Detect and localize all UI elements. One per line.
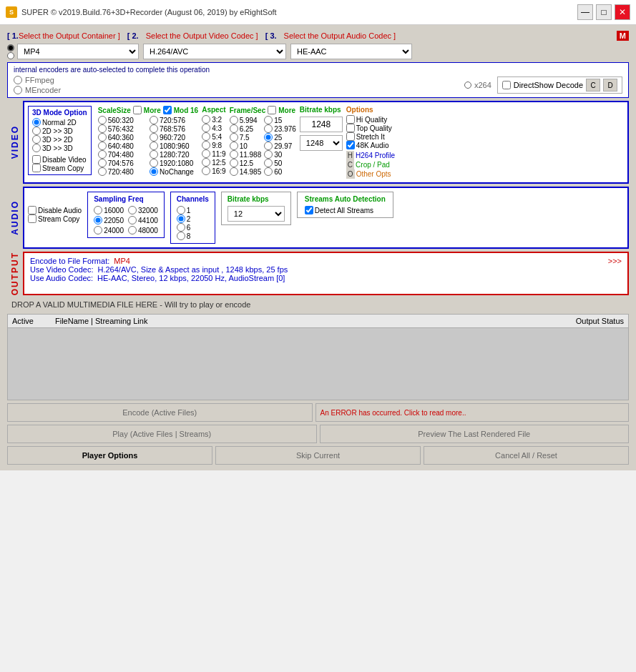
directshow-c-btn[interactable]: C (586, 79, 600, 92)
ch-6-radio[interactable] (177, 223, 185, 232)
aspect-43-radio[interactable] (202, 124, 210, 132)
detect-all-label: Detect All Streams (315, 207, 373, 214)
container-radio-2[interactable] (7, 52, 14, 59)
scale-768-radio[interactable] (150, 124, 158, 133)
directshow-d-btn[interactable]: D (603, 79, 617, 92)
mode-3d-3d-radio[interactable] (32, 144, 41, 152)
scale-960-radio[interactable] (150, 133, 158, 142)
stream-copy-audio-checkbox[interactable] (28, 214, 36, 223)
stream-copy-video-checkbox[interactable] (32, 164, 41, 172)
crop-pad-link[interactable]: Crop / Pad (356, 161, 390, 169)
fps-11988-radio[interactable] (230, 150, 238, 159)
mode-2d-3d-radio[interactable] (32, 127, 41, 135)
fps-14985-radio[interactable] (230, 167, 238, 176)
h264-profile-link[interactable]: H264 Profile (356, 152, 395, 159)
aspect-169-radio[interactable] (202, 167, 210, 175)
detect-all-checkbox[interactable] (305, 206, 313, 214)
ch-2-radio[interactable] (177, 214, 185, 223)
x264-radio[interactable] (464, 81, 471, 89)
scale-720-576-radio[interactable] (150, 116, 158, 124)
ch-1-radio[interactable] (177, 206, 185, 214)
ffmpeg-radio[interactable] (14, 76, 22, 84)
fps-5994-radio[interactable] (230, 116, 238, 124)
encode-button[interactable]: Encode (Active Files) (7, 403, 313, 422)
bottom-section: Encode (Active Files) An ERROR has occur… (7, 403, 629, 465)
fps-more-checkbox[interactable] (268, 106, 276, 114)
other-opts-link[interactable]: Other Opts (356, 170, 391, 178)
mod16-checkbox[interactable] (163, 106, 172, 114)
hi-quality-checkbox[interactable] (346, 115, 355, 124)
freq-16000-radio[interactable] (94, 206, 102, 214)
col-status-header: Output Status (517, 317, 624, 325)
fps-50-radio[interactable] (264, 159, 273, 167)
fps-125-radio[interactable] (230, 159, 238, 167)
scale-more-checkbox[interactable] (133, 106, 142, 114)
fps-more-label: More (278, 107, 295, 114)
scale-1920-radio[interactable] (150, 159, 158, 167)
fps-25-radio[interactable] (264, 133, 273, 142)
directshow-checkbox[interactable] (502, 81, 511, 89)
output-format-line: Encode to File Format: MP4 (30, 257, 288, 265)
play-button[interactable]: Play (Active Files | Streams) (7, 425, 317, 443)
scale-576-radio[interactable] (98, 124, 107, 133)
container-select[interactable]: MP4AVIMKV (17, 44, 139, 59)
aspect-125-radio[interactable] (202, 158, 210, 167)
fps-60-radio[interactable] (264, 167, 273, 176)
freq-32000-radio[interactable] (128, 206, 137, 214)
video-codec-select[interactable]: H.264/AVCH.265/HEVCMPEG-4 (143, 44, 286, 59)
close-button[interactable]: ✕ (615, 4, 630, 20)
freq-44100-radio[interactable] (128, 216, 137, 224)
freq-22050-radio[interactable] (94, 216, 102, 224)
scale-640-480-radio[interactable] (98, 142, 107, 150)
audio-bitrate-title: Bitrate kbps (228, 195, 285, 203)
freq-24000-radio[interactable] (94, 226, 102, 234)
stream-copy-video-row: Stream Copy (32, 164, 87, 172)
aspect-119-radio[interactable] (202, 149, 210, 158)
video-bitrate-input[interactable] (300, 117, 343, 132)
video-bitrate-select[interactable]: 124820004000 (300, 135, 343, 151)
mode-normal-2d-radio[interactable] (32, 118, 41, 127)
scale-nochange-radio[interactable] (150, 167, 158, 176)
aspect-32-radio[interactable] (202, 115, 210, 124)
aspect-54-radio[interactable] (202, 132, 210, 141)
channels-title: Channels (177, 195, 209, 203)
player-options-button[interactable]: Player Options (7, 446, 212, 465)
scale-1280-radio[interactable] (150, 150, 158, 159)
minimize-button[interactable]: — (577, 4, 593, 20)
fps-75-radio[interactable] (230, 133, 238, 142)
top-quality-checkbox[interactable] (346, 124, 355, 132)
container-radio-1[interactable] (7, 44, 14, 51)
freq-48000-radio[interactable] (128, 226, 137, 234)
fps-625-radio[interactable] (230, 124, 238, 133)
scale-560-radio[interactable] (98, 116, 107, 124)
audio-codec-select[interactable]: HE-AACAACMP3 (290, 44, 412, 59)
error-status[interactable]: An ERROR has occurred. Click to read mor… (315, 403, 630, 422)
output-video-line: Use Video Codec: H.264/AVC, Size & Aspec… (30, 265, 288, 274)
48k-audio-checkbox[interactable] (346, 141, 355, 149)
fps-15-radio[interactable] (264, 116, 273, 124)
fps-2997-radio[interactable] (264, 142, 273, 150)
maximize-button[interactable]: □ (596, 4, 612, 20)
mencoder-radio[interactable] (14, 86, 22, 94)
scale-640-360-radio[interactable] (98, 133, 107, 142)
scale-1080-radio[interactable] (150, 142, 158, 150)
fps-10-radio[interactable] (230, 142, 238, 150)
scale-704-576-radio[interactable] (98, 159, 107, 167)
preview-button[interactable]: Preview The Last Rendered File (320, 425, 630, 443)
output-arrow[interactable]: >>> (608, 257, 622, 265)
fps-23976-radio[interactable] (264, 124, 273, 133)
stretch-checkbox[interactable] (346, 132, 355, 141)
disable-audio-checkbox[interactable] (28, 206, 36, 214)
cancel-all-button[interactable]: Cancel All / Reset (424, 446, 629, 465)
fps-30-radio[interactable] (264, 150, 273, 159)
other-opts-row: O Other Opts (346, 169, 395, 179)
ch-8-radio[interactable] (177, 232, 185, 240)
mode-3d-2d-radio[interactable] (32, 135, 41, 144)
disable-video-checkbox[interactable] (32, 155, 41, 164)
aspect-98-radio[interactable] (202, 141, 210, 149)
audio-bitrate-select[interactable]: 1264128 (228, 206, 285, 222)
drop-area[interactable]: DROP A VALID MULTIMEDIA FILE HERE - Will… (7, 298, 629, 311)
skip-current-button[interactable]: Skip Current (215, 446, 421, 465)
scale-720-480-radio[interactable] (98, 167, 107, 176)
scale-704-480-radio[interactable] (98, 150, 107, 159)
